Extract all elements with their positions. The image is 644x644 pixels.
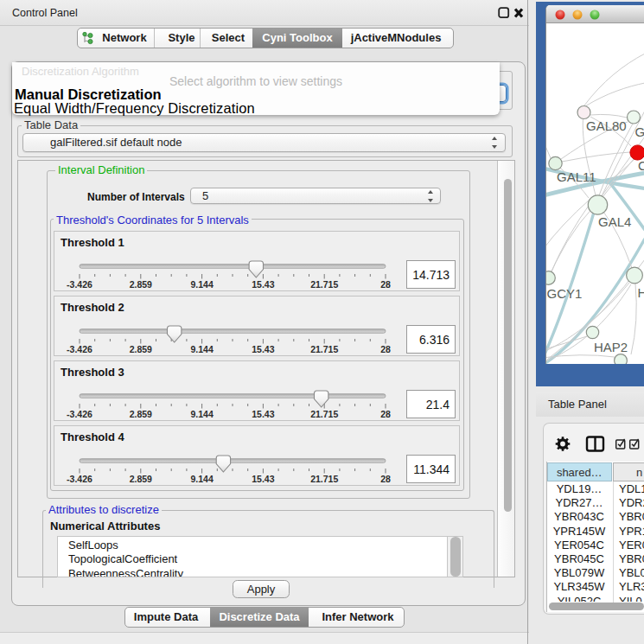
svg-text:2.859: 2.859 xyxy=(130,474,152,484)
svg-text:GAL8: GAL8 xyxy=(635,124,644,139)
svg-text:2.859: 2.859 xyxy=(130,344,152,354)
svg-text:9.144: 9.144 xyxy=(190,474,213,484)
svg-text:GAL4: GAL4 xyxy=(598,214,631,229)
svg-text:21.715: 21.715 xyxy=(310,474,338,484)
svg-text:GAL11: GAL11 xyxy=(557,169,596,184)
svg-text:GAL80: GAL80 xyxy=(586,118,627,133)
svg-text:28: 28 xyxy=(380,474,391,484)
svg-text:21.715: 21.715 xyxy=(310,279,338,290)
svg-text:28: 28 xyxy=(380,279,391,290)
svg-text:2.859: 2.859 xyxy=(130,279,152,290)
svg-text:28: 28 xyxy=(380,409,391,419)
svg-text:2.859: 2.859 xyxy=(130,409,152,419)
svg-text:15.43: 15.43 xyxy=(252,279,274,290)
svg-text:-3.426: -3.426 xyxy=(67,409,92,419)
svg-text:CDC: CDC xyxy=(638,158,644,173)
svg-text:HIS: HIS xyxy=(638,285,644,300)
svg-text:28: 28 xyxy=(380,344,391,354)
svg-text:21.715: 21.715 xyxy=(310,344,338,354)
svg-text:21.715: 21.715 xyxy=(310,409,338,419)
svg-text:15.43: 15.43 xyxy=(252,474,274,484)
svg-text:-3.426: -3.426 xyxy=(67,279,92,290)
svg-text:9.144: 9.144 xyxy=(190,344,213,354)
svg-text:9.144: 9.144 xyxy=(190,279,213,290)
svg-text:15.43: 15.43 xyxy=(252,409,274,419)
svg-text:HAP2: HAP2 xyxy=(594,340,628,354)
svg-text:-3.426: -3.426 xyxy=(67,474,92,484)
svg-text:GCY1: GCY1 xyxy=(547,286,583,301)
svg-text:15.43: 15.43 xyxy=(252,344,274,354)
svg-text:9.144: 9.144 xyxy=(190,409,213,419)
svg-text:-3.426: -3.426 xyxy=(67,344,92,354)
